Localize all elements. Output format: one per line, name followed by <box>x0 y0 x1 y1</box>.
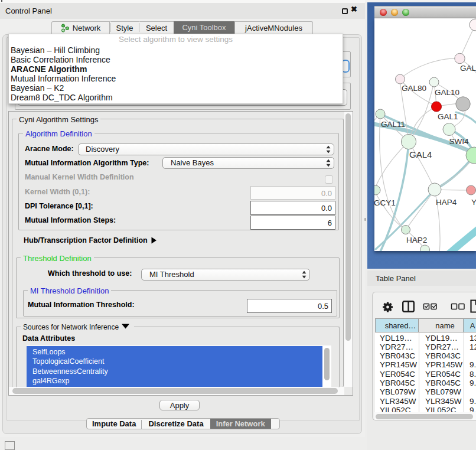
svg-text:GAL: GAL <box>460 64 476 73</box>
svg-text:Y: Y <box>471 198 476 207</box>
svg-text:GAL80: GAL80 <box>402 84 426 93</box>
svg-text:SWI4: SWI4 <box>449 137 469 146</box>
svg-text:GAL10: GAL10 <box>435 88 459 97</box>
svg-text:HAP4: HAP4 <box>436 198 457 207</box>
svg-text:GAL4: GAL4 <box>409 149 432 159</box>
svg-text:HAP2: HAP2 <box>406 236 427 244</box>
svg-text:GAL1: GAL1 <box>438 112 458 121</box>
svg-text:GAL11: GAL11 <box>381 120 405 129</box>
svg-text:GCY1: GCY1 <box>374 198 396 207</box>
